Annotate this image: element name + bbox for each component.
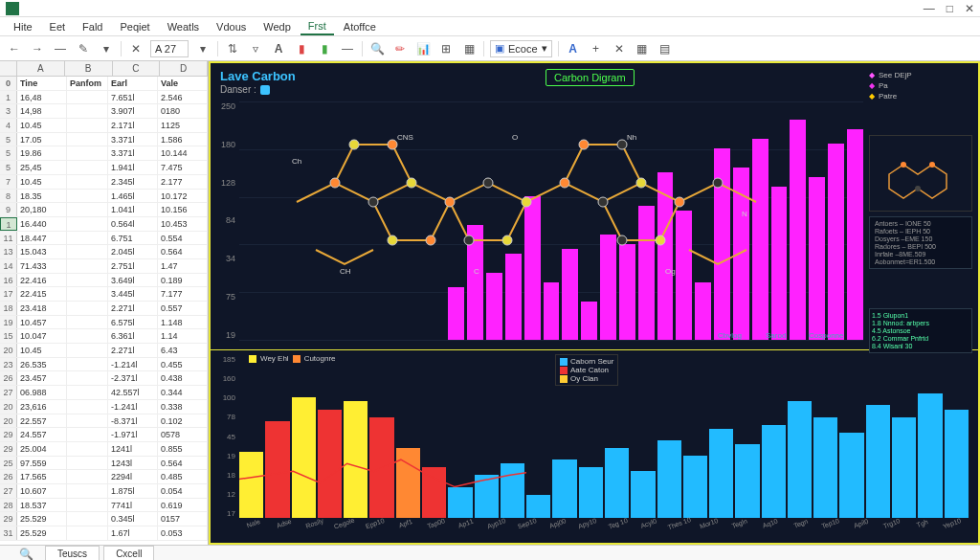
cell[interactable]: 22.415 [17, 287, 67, 301]
cell[interactable]: 0.554 [158, 232, 208, 245]
cell[interactable]: 0.189 [158, 274, 208, 287]
cell[interactable]: 2.751l [108, 259, 158, 273]
layers-icon[interactable]: ▤ [657, 40, 674, 57]
cell[interactable]: 19.86 [17, 146, 67, 160]
table-row[interactable]: 818.351.465l10.172 [0, 190, 208, 204]
cell[interactable]: 0.619 [158, 499, 208, 512]
filter-icon[interactable]: ▿ [247, 40, 264, 57]
row-number[interactable]: 17 [0, 287, 17, 301]
cell[interactable]: 3.371l [108, 133, 158, 146]
cell[interactable]: 1.67l [108, 526, 158, 540]
cell[interactable]: 10.144 [158, 146, 208, 160]
x-link[interactable]: Cosponne [809, 331, 843, 340]
cell[interactable]: 1.148 [158, 316, 208, 329]
row-number[interactable]: 15 [0, 329, 17, 343]
header-cell[interactable]: Tine [17, 77, 67, 90]
spreadsheet[interactable]: A B C D 0 Tine Panfom Earl Vale 116,487.… [0, 61, 209, 545]
cell[interactable]: 25.004 [17, 442, 67, 456]
table-row[interactable]: 2818.5377741l0.619 [0, 499, 208, 513]
cell[interactable] [67, 358, 108, 371]
style-dropdown[interactable]: ▣Ecoce▾ [490, 40, 552, 57]
cell[interactable]: 1.941l [108, 161, 158, 174]
cell[interactable] [67, 133, 108, 146]
cell[interactable]: 2.045l [108, 245, 158, 258]
cell[interactable]: 16,48 [17, 91, 67, 104]
table-row[interactable]: 1118.4476.7510.554 [0, 232, 208, 246]
cell[interactable]: 7.475 [158, 161, 208, 174]
cell[interactable]: 25.529 [17, 526, 67, 540]
brush-icon[interactable]: ✏ [391, 40, 409, 57]
cell[interactable] [67, 259, 108, 273]
cell[interactable] [67, 245, 108, 258]
table-row[interactable]: 1722.4153.445l7.177 [0, 287, 208, 302]
cell[interactable]: 0578 [158, 428, 208, 441]
plus-icon[interactable]: + [588, 40, 605, 57]
cell[interactable] [67, 217, 108, 231]
row-number[interactable]: 0 [0, 77, 17, 90]
table-row[interactable]: 116.4400.564l10.453 [0, 217, 208, 232]
row-number[interactable]: 14 [0, 259, 17, 273]
cell[interactable]: 0.564l [108, 217, 158, 231]
cell[interactable]: 7.651l [108, 91, 158, 104]
cell[interactable]: 7741l [108, 499, 158, 512]
cell[interactable] [67, 175, 108, 189]
table-row[interactable]: 517.053.371l1.586 [0, 133, 208, 147]
x-link[interactable]: Sarod [766, 331, 786, 340]
cell[interactable]: 6.43 [158, 344, 208, 357]
cell[interactable] [67, 400, 108, 414]
table-row[interactable]: 519.863.371l10.144 [0, 146, 208, 161]
cell[interactable] [67, 344, 108, 357]
row-number[interactable]: 31 [0, 526, 17, 540]
table-row[interactable]: 2623.457-2.371l0.438 [0, 371, 208, 386]
menu-item[interactable]: Atoffce [336, 19, 384, 34]
menu-item[interactable]: Fald [75, 19, 110, 34]
table-row[interactable]: 1910.4576.575l1.148 [0, 316, 208, 330]
menu-item[interactable]: Peqiet [112, 19, 157, 34]
cell[interactable]: 6.751 [108, 232, 158, 245]
menu-item[interactable]: Wedp [256, 19, 299, 34]
row-number[interactable]: 23 [0, 358, 17, 371]
upper-chart[interactable]: Lave Carbon Danser : Carbon Digram 25018… [211, 63, 978, 350]
col-header[interactable]: B [65, 61, 113, 76]
cell[interactable]: 71.433 [17, 259, 67, 273]
table-row[interactable]: 920,1801.041l10.156 [0, 203, 208, 217]
row-number[interactable]: 5 [0, 146, 17, 160]
cell[interactable]: 15.043 [17, 245, 67, 258]
cell[interactable]: 0.485 [158, 470, 208, 483]
cell[interactable]: 0.438 [158, 371, 208, 385]
table-row[interactable]: 1823.4182.271l0.557 [0, 302, 208, 316]
table-row[interactable]: 2597.5591243l0.564 [0, 457, 208, 471]
dash-icon[interactable]: — [52, 40, 69, 57]
row-number[interactable]: 4 [0, 119, 17, 132]
cell[interactable] [67, 371, 108, 385]
cell[interactable]: 2.271l [108, 302, 158, 315]
cell[interactable]: 0180 [158, 104, 208, 118]
cell[interactable]: 20,180 [17, 203, 67, 216]
select-all-corner[interactable] [0, 61, 17, 76]
cell[interactable]: 16.440 [17, 217, 67, 231]
cell[interactable]: 3.371l [108, 146, 158, 160]
font-color-icon[interactable]: A [565, 40, 582, 57]
cell[interactable]: 0.855 [158, 442, 208, 456]
menu-item[interactable]: Frst [301, 18, 334, 35]
table-row[interactable]: 2022.557-8.371l0.102 [0, 414, 208, 429]
grid-icon[interactable]: ▦ [460, 40, 478, 57]
cell[interactable] [67, 91, 108, 104]
cell[interactable]: 0.557 [158, 302, 208, 315]
row-number[interactable]: 13 [0, 245, 17, 258]
forward-icon[interactable]: → [29, 40, 46, 57]
cell[interactable]: 1.465l [108, 190, 158, 203]
cell[interactable]: 0.102 [158, 414, 208, 428]
cell[interactable]: -1.971l [108, 428, 158, 441]
cell[interactable]: 25.529 [17, 512, 67, 526]
cell[interactable] [67, 386, 108, 399]
cell[interactable]: -8.371l [108, 414, 158, 428]
search-icon[interactable]: 🔍 [368, 40, 386, 57]
row-number[interactable]: 27 [0, 484, 17, 498]
cell[interactable] [67, 190, 108, 203]
lower-chart[interactable]: Wey Ehl Cutognre Caborn SeurAate CatonOy… [211, 350, 978, 537]
cell[interactable]: 18.537 [17, 499, 67, 512]
row-number[interactable]: 7 [0, 175, 17, 189]
row-number[interactable]: 3 [0, 104, 17, 118]
cell[interactable]: 1.14 [158, 329, 208, 343]
